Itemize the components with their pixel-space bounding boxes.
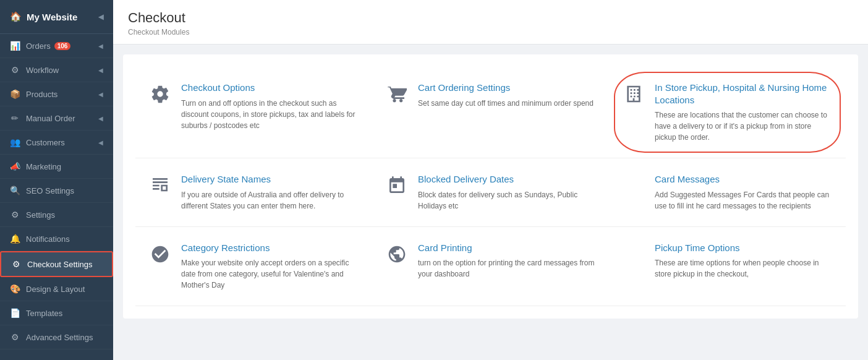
chevron-products: ◀ <box>98 91 103 98</box>
chevron-customers: ◀ <box>98 139 103 146</box>
card-messages-content: Card MessagesAdd Suggested Messages For … <box>655 173 833 212</box>
checkout-settings-icon: ⚙ <box>11 259 21 269</box>
sidebar-item-products[interactable]: 📦Products◀ <box>0 82 113 106</box>
checkout-options-desc: Turn on and off options in the checkout … <box>181 98 360 131</box>
module-blocked-delivery-dates[interactable]: Blocked Delivery DatesBlock dates for de… <box>372 158 609 227</box>
delivery-state-names-desc: If you are outside of Australia and offe… <box>181 189 360 212</box>
delivery-state-names-icon <box>148 173 172 198</box>
sidebar-label-workflow: Workflow <box>26 66 59 75</box>
sidebar-logo[interactable]: 🏠 My Website ◀ <box>0 0 113 34</box>
in-store-pickup-desc: These are locations that the customer ca… <box>655 109 833 143</box>
notifications-icon: 🔔 <box>10 234 20 244</box>
cart-ordering-settings-desc: Set same day cut off times and minimum o… <box>418 98 597 109</box>
card-printing-title: Card Printing <box>418 242 597 254</box>
sidebar-label-templates: Templates <box>26 309 62 318</box>
sidebar-label-customers: Customers <box>26 138 65 147</box>
sidebar-item-design-layout[interactable]: 🎨Design & Layout <box>0 277 113 301</box>
settings-icon: ⚙ <box>10 210 20 220</box>
seo-settings-icon: 🔍 <box>10 186 20 195</box>
breadcrumb: Checkout Modules <box>128 28 853 36</box>
sidebar-item-advanced-settings[interactable]: ⚙Advanced Settings <box>0 325 113 349</box>
sidebar-label-checkout-settings: Checkout Settings <box>27 260 93 269</box>
sidebar: 🏠 My Website ◀ 📊Orders106◀⚙Workflow◀📦Pro… <box>0 0 113 360</box>
sidebar-label-products: Products <box>26 90 57 99</box>
sidebar-item-manual-order[interactable]: ✏Manual Order◀ <box>0 106 113 131</box>
checkout-options-content: Checkout OptionsTurn on and off options … <box>181 82 360 131</box>
blocked-delivery-dates-icon <box>385 173 409 198</box>
pickup-time-options-desc: These are time options for when people c… <box>655 257 833 280</box>
sidebar-item-seo-settings[interactable]: 🔍SEO Settings <box>0 179 113 203</box>
delivery-state-names-title: Delivery State Names <box>181 173 360 186</box>
sidebar-item-orders[interactable]: 📊Orders106◀ <box>0 34 113 58</box>
sidebar-label-design-layout: Design & Layout <box>26 285 85 294</box>
sidebar-item-notifications[interactable]: 🔔Notifications <box>0 227 113 251</box>
main-content: Checkout Checkout Modules Checkout Optio… <box>113 0 868 360</box>
pickup-time-options-title: Pickup Time Options <box>655 242 833 254</box>
sidebar-item-templates[interactable]: 📄Templates <box>0 301 113 325</box>
card-messages-desc: Add Suggested Messages For Cards that pe… <box>655 189 833 212</box>
in-store-pickup-content: In Store Pickup, Hospital & Nursing Home… <box>655 82 833 143</box>
design-layout-icon: 🎨 <box>10 284 20 294</box>
page-title: Checkout <box>128 10 853 26</box>
module-checkout-options[interactable]: Checkout OptionsTurn on and off options … <box>135 67 372 158</box>
page-header: Checkout Checkout Modules <box>113 0 868 45</box>
workflow-icon: ⚙ <box>10 65 20 75</box>
manual-order-icon: ✏ <box>10 113 20 123</box>
marketing-icon: 📣 <box>10 161 20 171</box>
sidebar-label-seo-settings: SEO Settings <box>26 186 74 195</box>
checkout-options-icon <box>148 82 172 106</box>
card-messages-title: Card Messages <box>655 173 833 186</box>
customers-icon: 👥 <box>10 137 20 147</box>
delivery-state-names-content: Delivery State NamesIf you are outside o… <box>181 173 360 212</box>
card-messages-icon <box>621 173 646 198</box>
chevron-workflow: ◀ <box>98 67 103 74</box>
templates-icon: 📄 <box>10 308 20 318</box>
card-printing-desc: turn on the option for printing the card… <box>418 257 597 280</box>
cart-ordering-settings-title: Cart Ordering Settings <box>418 82 597 94</box>
checkout-options-title: Checkout Options <box>181 82 360 94</box>
in-store-pickup-icon <box>621 82 646 106</box>
card-printing-icon <box>385 242 409 267</box>
sidebar-logo-label: My Website <box>27 12 77 22</box>
orders-icon: 📊 <box>10 41 20 51</box>
pickup-time-options-icon <box>621 242 646 267</box>
sidebar-item-marketing[interactable]: 📣Marketing <box>0 155 113 179</box>
category-restrictions-icon <box>148 242 172 267</box>
sidebar-label-settings: Settings <box>26 210 55 220</box>
module-pickup-time-options[interactable]: Pickup Time OptionsThese are time option… <box>609 227 846 307</box>
badge-orders: 106 <box>54 42 71 50</box>
module-delivery-state-names[interactable]: Delivery State NamesIf you are outside o… <box>135 158 372 227</box>
blocked-delivery-dates-content: Blocked Delivery DatesBlock dates for de… <box>418 173 597 212</box>
advanced-settings-icon: ⚙ <box>10 332 20 342</box>
sidebar-item-settings[interactable]: ⚙Settings <box>0 203 113 227</box>
category-restrictions-content: Category RestrictionsMake your website o… <box>181 242 360 291</box>
sidebar-label-marketing: Marketing <box>26 162 61 171</box>
chevron-manual-order: ◀ <box>98 115 103 122</box>
category-restrictions-desc: Make your website only accept orders on … <box>181 257 360 291</box>
module-category-restrictions[interactable]: Category RestrictionsMake your website o… <box>135 227 372 307</box>
home-icon: 🏠 <box>10 11 22 22</box>
products-icon: 📦 <box>10 89 20 99</box>
module-in-store-pickup[interactable]: In Store Pickup, Hospital & Nursing Home… <box>609 67 846 158</box>
in-store-pickup-title: In Store Pickup, Hospital & Nursing Home… <box>655 82 833 106</box>
sidebar-label-notifications: Notifications <box>26 234 70 244</box>
blocked-delivery-dates-title: Blocked Delivery Dates <box>418 173 597 186</box>
sidebar-logo-chevron: ◀ <box>98 13 103 21</box>
sidebar-label-manual-order: Manual Order <box>26 114 75 123</box>
pickup-time-options-content: Pickup Time OptionsThese are time option… <box>655 242 833 280</box>
category-restrictions-title: Category Restrictions <box>181 242 360 254</box>
blocked-delivery-dates-desc: Block dates for delivery such as Sundays… <box>418 189 597 212</box>
sidebar-item-workflow[interactable]: ⚙Workflow◀ <box>0 58 113 82</box>
module-card-printing[interactable]: Card Printingturn on the option for prin… <box>372 227 609 307</box>
module-cart-ordering-settings[interactable]: Cart Ordering SettingsSet same day cut o… <box>372 67 609 158</box>
modules-grid: Checkout OptionsTurn on and off options … <box>123 54 858 319</box>
cart-ordering-settings-content: Cart Ordering SettingsSet same day cut o… <box>418 82 597 109</box>
sidebar-label-orders: Orders <box>26 41 51 51</box>
module-card-messages[interactable]: Card MessagesAdd Suggested Messages For … <box>609 158 846 227</box>
sidebar-item-checkout-settings[interactable]: ⚙Checkout Settings <box>0 251 113 277</box>
cart-ordering-settings-icon <box>385 82 409 106</box>
sidebar-items: 📊Orders106◀⚙Workflow◀📦Products◀✏Manual O… <box>0 34 113 349</box>
sidebar-item-customers[interactable]: 👥Customers◀ <box>0 131 113 155</box>
sidebar-label-advanced-settings: Advanced Settings <box>26 333 93 342</box>
chevron-orders: ◀ <box>98 43 103 49</box>
